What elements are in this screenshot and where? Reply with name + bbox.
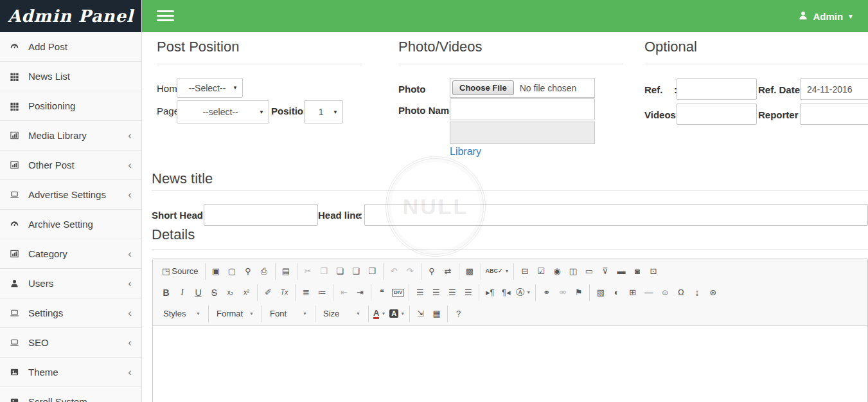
sidebar-item-other-post[interactable]: Other Post‹ (0, 151, 141, 180)
ref-date-input[interactable] (800, 78, 868, 100)
sidebar-item-advertise-settings[interactable]: Advertise Settings‹ (0, 180, 141, 210)
size-combo[interactable]: Size▼ (319, 306, 365, 322)
templates-button[interactable]: ▤ (279, 264, 294, 279)
position-select[interactable]: 1 ▼ (304, 100, 343, 123)
form-button[interactable]: ⊟ (517, 264, 532, 279)
select-field-button[interactable]: ⊽ (598, 264, 612, 279)
styles-combo[interactable]: Styles▼ (159, 306, 205, 322)
iframe-button[interactable]: ⊛ (705, 285, 720, 300)
ref-input[interactable] (677, 78, 757, 100)
show-blocks-button[interactable]: ▦ (429, 306, 444, 322)
chevron-left-icon: ‹ (128, 278, 132, 289)
rtl-icon: ¶◂ (502, 288, 511, 297)
head-line-input[interactable] (364, 204, 868, 226)
photo-file-input[interactable]: Choose File No file chosen (450, 78, 595, 98)
about-button[interactable]: ? (451, 306, 466, 322)
sidebar-item-media-library[interactable]: Media Library‹ (0, 121, 141, 151)
sidebar-item-add-post[interactable]: Add Post (0, 32, 141, 62)
format-combo[interactable]: Format▼ (212, 306, 258, 322)
library-link[interactable]: Library (450, 146, 481, 158)
subscript-icon: x₂ (227, 289, 234, 296)
remove-format-button[interactable]: Tx (277, 285, 292, 300)
user-menu[interactable]: Admin ▼ (798, 0, 854, 32)
text-field-button[interactable]: ◫ (565, 264, 580, 279)
horizontal-line-button[interactable]: ― (641, 285, 656, 300)
omega-icon: Ω (678, 288, 684, 297)
background-color-button[interactable]: A▼ (388, 306, 406, 322)
special-character-button[interactable]: Ω (673, 285, 688, 300)
paste-button[interactable]: ❏ (333, 264, 348, 279)
language-button[interactable]: Ⓐ▼ (515, 285, 532, 300)
page-select[interactable]: --select-- ▼ (177, 100, 269, 123)
flash-button[interactable]: ◐ (609, 285, 624, 300)
bulleted-list-button[interactable]: ≔ (315, 285, 330, 300)
editor-content-area[interactable] (153, 326, 867, 402)
align-center-button[interactable]: ☰ (429, 285, 443, 300)
laptop-icon (10, 338, 20, 348)
sidebar-item-news-list[interactable]: News List (0, 62, 141, 91)
underline-button[interactable]: U (191, 285, 206, 300)
numbered-list-button[interactable]: ≣ (299, 285, 314, 300)
sidebar-item-seo[interactable]: SEO‹ (0, 328, 141, 358)
select-all-button[interactable]: ▩ (463, 264, 477, 279)
print-button[interactable]: ⎙ (257, 264, 272, 279)
paste-plain-text-button[interactable]: ❑ (349, 264, 364, 279)
copy-formatting-button[interactable]: ✐ (261, 285, 276, 300)
photo-name-input[interactable] (450, 98, 595, 120)
reporter-label: Reporter : (758, 109, 804, 120)
justify-button[interactable]: ☰ (461, 285, 475, 300)
insert-image-button[interactable]: ▧ (593, 285, 608, 300)
radio-icon: ◉ (553, 267, 560, 275)
sidebar-item-scroll-system[interactable]: Scroll System (0, 387, 141, 402)
text-direction-ltr-button[interactable]: ▸¶ (483, 285, 497, 300)
source-button[interactable]: ◳Source (159, 264, 202, 279)
reporter-input[interactable] (800, 104, 868, 125)
save-button[interactable]: ▣ (209, 264, 224, 279)
ref-date-label: Ref. Date : (758, 84, 806, 95)
hidden-field-button[interactable]: ⊡ (646, 264, 660, 279)
sidebar-item-settings[interactable]: Settings‹ (0, 298, 141, 328)
subscript-button[interactable]: x₂ (223, 285, 238, 300)
text-direction-rtl-button[interactable]: ¶◂ (499, 285, 513, 300)
sidebar-item-positioning[interactable]: Positioning (0, 91, 141, 121)
font-combo[interactable]: Font▼ (265, 306, 312, 322)
table-button[interactable]: ⊞ (625, 285, 640, 300)
find-button[interactable]: ⚲ (425, 264, 439, 279)
push-button[interactable]: ▬ (614, 264, 628, 279)
maximize-button[interactable]: ⇲ (413, 306, 428, 322)
align-left-button[interactable]: ☰ (412, 285, 427, 300)
sidebar-item-archive-setting[interactable]: Archive Setting (0, 210, 141, 239)
strikethrough-button[interactable]: S (207, 285, 222, 300)
hamburger-menu-icon[interactable] (157, 10, 174, 22)
blockquote-button[interactable]: ❝ (375, 285, 389, 300)
user-icon (10, 279, 20, 289)
align-right-button[interactable]: ☰ (445, 285, 459, 300)
replace-button[interactable]: ⇄ (441, 264, 456, 279)
checkbox-button[interactable]: ☑ (533, 264, 548, 279)
increase-indent-button[interactable]: ⇥ (353, 285, 368, 300)
home-select[interactable]: --Select-- ▼ (177, 78, 243, 98)
short-head-input[interactable] (204, 204, 318, 226)
bold-button[interactable]: B (159, 285, 173, 300)
videos-input[interactable] (677, 104, 757, 125)
textarea-button[interactable]: ▭ (581, 264, 596, 279)
div-container-button[interactable]: DIV (391, 285, 405, 300)
page-break-button[interactable]: ↨ (689, 285, 704, 300)
sidebar-item-theme[interactable]: Theme‹ (0, 358, 141, 387)
sidebar-item-users[interactable]: Users‹ (0, 269, 141, 298)
smiley-button[interactable]: ☺ (657, 285, 672, 300)
new-page-button[interactable]: ▢ (225, 264, 240, 279)
sidebar-item-label: Archive Setting (28, 219, 132, 230)
link-button[interactable]: ⚭ (539, 285, 554, 300)
anchor-button[interactable]: ⚑ (571, 285, 586, 300)
choose-file-button[interactable]: Choose File (452, 80, 514, 95)
superscript-button[interactable]: x² (239, 285, 254, 300)
paste-from-word-button[interactable]: ❒ (365, 264, 380, 279)
preview-button[interactable]: ⚲ (241, 264, 256, 279)
image-button[interactable]: ◙ (630, 264, 644, 279)
sidebar-item-category[interactable]: Category‹ (0, 239, 141, 269)
spell-check-button[interactable]: ABC✓▼ (484, 264, 511, 279)
radio-button[interactable]: ◉ (549, 264, 564, 279)
italic-button[interactable]: I (175, 285, 190, 300)
text-color-button[interactable]: A▼ (372, 306, 387, 322)
